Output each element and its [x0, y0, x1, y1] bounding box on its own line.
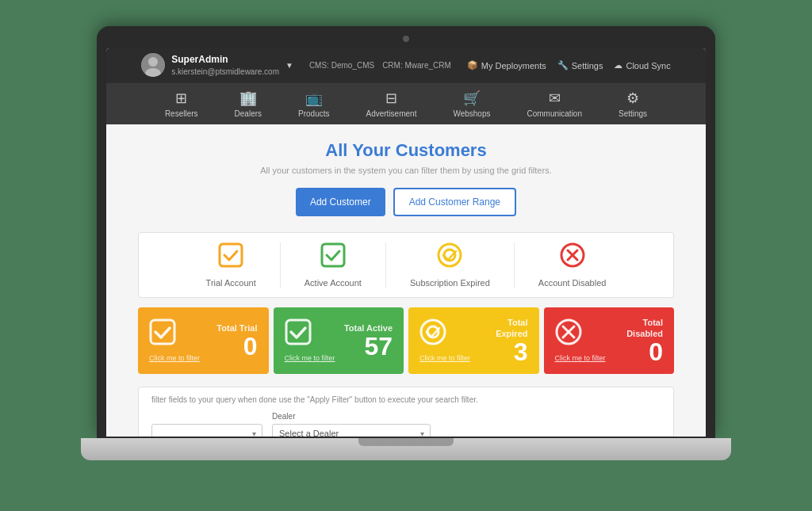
legend-trial: Trial Account [182, 242, 281, 288]
cloud-sync-link[interactable]: ☁ Cloud Sync [614, 60, 670, 71]
nav-label-advertisement: Advertisement [366, 109, 417, 118]
deployments-link[interactable]: 📦 My Deployments [467, 60, 546, 71]
filter-group-dealer: Dealer Select a Dealer [272, 412, 431, 436]
stat-disabled-icon [555, 318, 606, 351]
stat-active-link[interactable]: Click me to filter [285, 354, 335, 362]
legend-disabled-label: Account Disabled [538, 278, 607, 288]
stat-card-disabled: Click me to filter TotalDisabled 0 [544, 307, 675, 375]
nav-label-dealers: Dealers [235, 109, 262, 118]
nav-label-products: Products [298, 109, 329, 118]
svg-point-12 [421, 320, 445, 344]
add-customer-button[interactable]: Add Customer [296, 188, 385, 216]
nav-item-settings[interactable]: ⚙ Settings [612, 86, 653, 121]
nav-label-communication: Communication [527, 109, 582, 118]
stat-trial-icon [149, 318, 200, 351]
resellers-icon: ⊞ [175, 90, 187, 107]
webshops-icon: 🛒 [463, 90, 481, 107]
stat-right-disabled: TotalDisabled 0 [626, 317, 663, 365]
top-bar-links: 📦 My Deployments 🔧 Settings ☁ Cloud Sync [467, 60, 671, 71]
cloud-sync-icon: ☁ [614, 60, 622, 71]
nav-bar: ⊞ Resellers 🏢 Dealers 📺 Products ⊟ Adver… [106, 83, 706, 124]
nav-item-advertisement[interactable]: ⊟ Advertisement [360, 86, 423, 121]
trial-check-icon [218, 242, 243, 273]
stat-left-active: Click me to filter [285, 318, 335, 362]
active-check-icon [320, 242, 346, 273]
svg-point-1 [148, 57, 158, 67]
filter-hint: filter fields to your query when done us… [151, 395, 661, 404]
stat-left-disabled: Click me to filter [555, 318, 606, 362]
user-dropdown-icon[interactable]: ▼ [285, 61, 293, 70]
user-section: SuperAdmin s.kierstein@ptsmidleware.com … [141, 53, 293, 78]
dealer-select-wrapper: Select a Dealer [272, 424, 431, 436]
page-subtitle: All your customers in the system you can… [138, 166, 674, 175]
stat-left-trial: Click me to filter [149, 318, 200, 362]
legend-disabled: Account Disabled [515, 242, 630, 288]
laptop-base [81, 438, 731, 460]
legend-row: Trial Account Active Account [138, 232, 674, 298]
nav-label-webshops: Webshops [453, 109, 490, 118]
stat-right-expired: TotalExpired 3 [496, 317, 527, 365]
laptop-screen-outer: SuperAdmin s.kierstein@ptsmidleware.com … [97, 26, 715, 438]
dealer-select[interactable]: Select a Dealer [272, 424, 431, 436]
filter-group-first [151, 424, 262, 436]
nav-item-resellers[interactable]: ⊞ Resellers [159, 86, 205, 121]
stat-disabled-title: TotalDisabled [626, 317, 663, 340]
page-title: All Your Customers [138, 140, 674, 161]
stat-disabled-count: 0 [626, 339, 663, 364]
user-info: SuperAdmin s.kierstein@ptsmidleware.com [171, 53, 279, 78]
stat-card-active: Click me to filter Total Active 57 [274, 307, 404, 375]
stat-trial-count: 0 [216, 334, 257, 359]
main-content: All Your Customers All your customers in… [106, 124, 706, 437]
communication-icon: ✉ [549, 90, 561, 107]
cms-info: CMS: Demo_CMS CRM: Mware_CRM [309, 61, 451, 70]
nav-item-products[interactable]: 📺 Products [292, 86, 335, 121]
settings-link[interactable]: 🔧 Settings [557, 60, 603, 71]
expired-icon [437, 242, 462, 273]
stat-expired-title: TotalExpired [496, 317, 527, 340]
filter-section: filter fields to your query when done us… [138, 387, 674, 436]
settings-nav-icon: ⚙ [626, 90, 639, 107]
nav-item-webshops[interactable]: 🛒 Webshops [446, 86, 496, 121]
cms-label: CMS: Demo_CMS [309, 61, 374, 70]
nav-item-dealers[interactable]: 🏢 Dealers [228, 86, 268, 121]
first-filter-select[interactable] [151, 424, 262, 436]
stat-disabled-link[interactable]: Click me to filter [555, 354, 606, 362]
stat-active-icon [285, 318, 335, 351]
laptop-camera [403, 36, 409, 42]
legend-active-label: Active Account [304, 278, 362, 288]
add-customer-range-button[interactable]: Add Customer Range [393, 188, 516, 216]
products-icon: 📺 [305, 90, 323, 107]
crm-label: CRM: Mware_CRM [382, 61, 451, 70]
legend-active: Active Account [281, 242, 386, 288]
svg-rect-3 [220, 244, 242, 266]
user-email: s.kierstein@ptsmidleware.com [171, 67, 279, 78]
disabled-icon [560, 242, 585, 273]
stat-trial-link[interactable]: Click me to filter [149, 354, 200, 362]
stat-right-trial: Total Trial 0 [216, 322, 257, 359]
laptop-screen: SuperAdmin s.kierstein@ptsmidleware.com … [106, 48, 706, 437]
advertisement-icon: ⊟ [385, 90, 397, 107]
nav-label-resellers: Resellers [165, 109, 198, 118]
filter-row: Dealer Select a Dealer [151, 412, 661, 436]
dealers-icon: 🏢 [239, 90, 257, 107]
legend-expired: Subscription Expired [386, 242, 515, 288]
stat-left-expired: Click me to filter [419, 318, 470, 362]
avatar [141, 53, 165, 77]
stat-expired-icon [419, 318, 470, 351]
stat-active-count: 57 [344, 334, 393, 359]
user-name: SuperAdmin [171, 53, 279, 67]
nav-item-communication[interactable]: ✉ Communication [521, 86, 588, 121]
legend-expired-label: Subscription Expired [410, 278, 490, 288]
stat-card-trial: Click me to filter Total Trial 0 [138, 307, 269, 375]
top-bar: SuperAdmin s.kierstein@ptsmidleware.com … [106, 48, 706, 83]
stat-expired-count: 3 [496, 339, 527, 364]
settings-icon: 🔧 [557, 60, 569, 71]
stats-row: Click me to filter Total Trial 0 [138, 307, 674, 375]
first-select-wrapper [151, 424, 262, 436]
stat-expired-link[interactable]: Click me to filter [419, 354, 470, 362]
svg-point-5 [439, 244, 461, 266]
svg-rect-4 [322, 244, 344, 266]
dealer-filter-label: Dealer [272, 412, 431, 421]
stat-right-active: Total Active 57 [344, 322, 393, 359]
nav-label-settings: Settings [619, 109, 647, 118]
